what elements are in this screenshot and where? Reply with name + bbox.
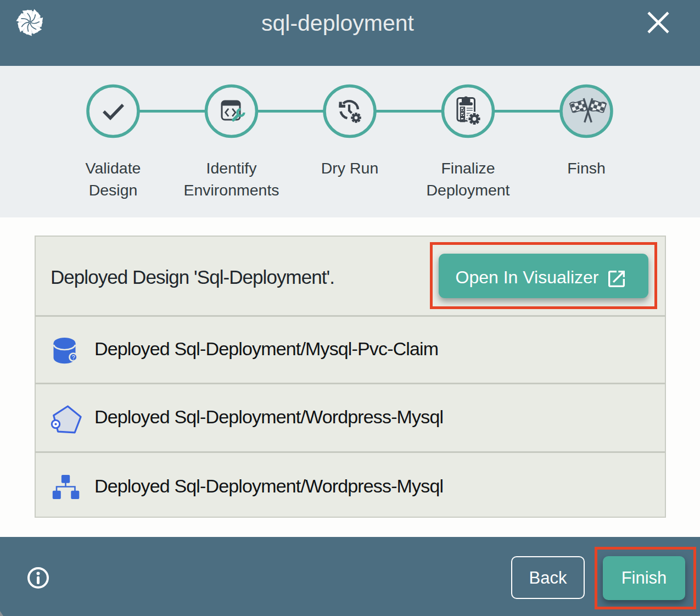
svg-text:?: ? [72, 354, 75, 361]
